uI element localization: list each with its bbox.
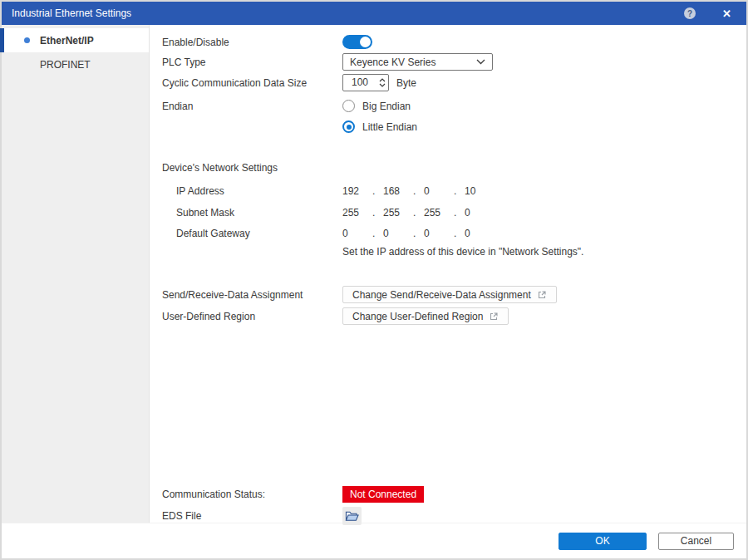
open-folder-icon bbox=[345, 510, 359, 522]
comm-status-label: Communication Status: bbox=[162, 489, 342, 500]
octet: 255 bbox=[424, 207, 454, 219]
subnet-mask-value: 255 . 255 . 255 . 0 bbox=[342, 207, 495, 219]
assignment-row: Send/Receive-Data Assignment Change Send… bbox=[162, 286, 740, 303]
sidebar-item-ethernet-ip[interactable]: EtherNet/IP bbox=[2, 28, 149, 52]
cyclic-size-value[interactable]: 100 bbox=[343, 75, 376, 91]
selected-dot-icon bbox=[24, 37, 30, 43]
octet: 0 bbox=[465, 228, 495, 239]
subnet-mask-row: Subnet Mask 255 . 255 . 255 . 0 bbox=[162, 204, 740, 221]
user-region-label: User-Defined Region bbox=[162, 311, 342, 322]
sidebar-item-profinet[interactable]: PROFINET bbox=[2, 52, 149, 76]
octet-separator: . bbox=[454, 207, 465, 219]
ip-address-value: 192 . 168 . 0 . 10 bbox=[342, 185, 495, 197]
user-region-row: User-Defined Region Change User-Defined … bbox=[162, 307, 740, 325]
octet: 10 bbox=[465, 185, 495, 197]
octet: 0 bbox=[424, 228, 454, 239]
change-assignment-button[interactable]: Change Send/Receive-Data Assignment bbox=[342, 286, 557, 303]
chevron-down-icon bbox=[476, 59, 485, 65]
close-icon[interactable]: ✕ bbox=[722, 7, 731, 20]
octet: 0 bbox=[342, 228, 372, 239]
cyclic-size-label: Cyclic Communication Data Size bbox=[162, 77, 342, 89]
plc-type-row: PLC Type Keyence KV Series bbox=[162, 53, 740, 71]
eds-file-row: EDS File bbox=[162, 507, 740, 524]
window-title: Industrial Ethernet Settings bbox=[12, 7, 684, 19]
cyclic-size-unit: Byte bbox=[396, 77, 416, 89]
help-icon[interactable]: ? bbox=[684, 7, 696, 19]
default-gateway-label: Default Gateway bbox=[162, 228, 342, 239]
network-settings-header: Device's Network Settings bbox=[162, 161, 278, 174]
big-endian-label: Big Endian bbox=[362, 101, 411, 112]
sidebar-item-label: EtherNet/IP bbox=[40, 35, 94, 47]
ok-button[interactable]: OK bbox=[559, 533, 647, 550]
enable-label: Enable/Disable bbox=[162, 37, 342, 48]
status-badge: Not Connected bbox=[342, 486, 424, 503]
little-endian-label: Little Endian bbox=[362, 121, 417, 133]
octet-separator: . bbox=[372, 185, 383, 197]
stepper-arrows[interactable] bbox=[376, 75, 388, 91]
cancel-button[interactable]: Cancel bbox=[658, 533, 734, 550]
octet: 0 bbox=[383, 228, 413, 239]
stepper-down-icon[interactable] bbox=[379, 83, 386, 87]
stepper-up-icon[interactable] bbox=[379, 78, 386, 82]
cyclic-size-stepper[interactable]: 100 bbox=[342, 74, 389, 91]
octet-separator: . bbox=[372, 228, 383, 239]
octet: 255 bbox=[383, 207, 413, 219]
ip-address-row: IP Address 192 . 168 . 0 . 10 bbox=[162, 182, 740, 199]
ip-address-label: IP Address bbox=[162, 185, 342, 197]
settings-panel: Enable/Disable PLC Type Keyence KV Serie… bbox=[150, 25, 746, 523]
radio-dot-icon bbox=[347, 125, 352, 130]
network-note: Set the IP address of this device in "Ne… bbox=[342, 245, 583, 258]
footer-bar: OK Cancel bbox=[2, 523, 746, 558]
change-user-region-button[interactable]: Change User-Defined Region bbox=[342, 307, 509, 325]
eds-file-label: EDS File bbox=[162, 510, 342, 522]
plc-type-label: PLC Type bbox=[162, 56, 342, 68]
octet: 0 bbox=[424, 185, 454, 197]
change-user-region-button-label: Change User-Defined Region bbox=[352, 311, 483, 322]
octet-separator: . bbox=[413, 228, 424, 239]
assignment-label: Send/Receive-Data Assignment bbox=[162, 289, 342, 301]
octet-separator: . bbox=[372, 207, 383, 219]
plc-type-select[interactable]: Keyence KV Series bbox=[342, 53, 493, 71]
octet: 255 bbox=[342, 207, 372, 219]
cyclic-size-row: Cyclic Communication Data Size 100 Byte bbox=[162, 74, 740, 91]
octet-separator: . bbox=[454, 228, 465, 239]
comm-status-row: Communication Status: Not Connected bbox=[162, 485, 740, 503]
default-gateway-value: 0 . 0 . 0 . 0 bbox=[342, 228, 495, 239]
content-area: EtherNet/IP PROFINET Enable/Disable PLC … bbox=[2, 25, 746, 523]
toggle-knob-icon bbox=[360, 37, 371, 47]
octet: 192 bbox=[342, 185, 372, 197]
titlebar: Industrial Ethernet Settings ? ✕ bbox=[2, 2, 746, 25]
octet: 168 bbox=[383, 185, 413, 197]
default-gateway-row: Default Gateway 0 . 0 . 0 . 0 bbox=[162, 224, 740, 242]
change-assignment-button-label: Change Send/Receive-Data Assignment bbox=[352, 289, 531, 301]
sidebar-item-label: PROFINET bbox=[40, 59, 91, 71]
external-link-icon bbox=[537, 290, 547, 300]
enable-row: Enable/Disable bbox=[162, 33, 740, 51]
industrial-ethernet-settings-dialog: Industrial Ethernet Settings ? ✕ EtherNe… bbox=[0, 0, 748, 560]
endian-label: Endian bbox=[162, 101, 342, 112]
subnet-mask-label: Subnet Mask bbox=[162, 207, 342, 219]
enable-toggle[interactable] bbox=[342, 35, 372, 49]
external-link-icon bbox=[489, 312, 499, 322]
endian-big-row: Endian Big Endian bbox=[162, 97, 740, 115]
octet-separator: . bbox=[413, 185, 424, 197]
octet: 0 bbox=[465, 207, 495, 219]
big-endian-radio[interactable] bbox=[342, 100, 355, 112]
octet-separator: . bbox=[454, 185, 465, 197]
sidebar: EtherNet/IP PROFINET bbox=[2, 25, 150, 523]
plc-type-value: Keyence KV Series bbox=[350, 56, 476, 68]
octet-separator: . bbox=[413, 207, 424, 219]
eds-file-open-button[interactable] bbox=[342, 507, 362, 525]
little-endian-radio[interactable] bbox=[342, 120, 355, 133]
endian-little-row: Little Endian bbox=[162, 118, 740, 135]
